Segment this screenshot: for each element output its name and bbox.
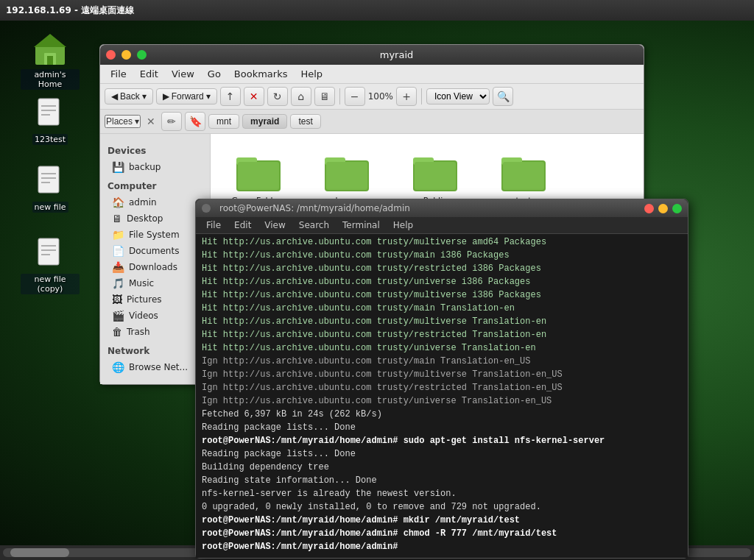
menu-go[interactable]: Go [202, 66, 227, 82]
sidebar-item-videos-label: Videos [129, 311, 158, 321]
places-label: Places [106, 116, 133, 127]
sidebar-item-trash[interactable]: 🗑 Trash [100, 324, 210, 340]
sidebar-item-admin[interactable]: 🏠 admin [100, 194, 210, 210]
home-button[interactable]: ⌂ [291, 87, 311, 106]
sidebar-item-desktop[interactable]: 🖥 Desktop [100, 210, 210, 227]
stop-button[interactable]: ✕ [244, 87, 264, 106]
terminal-menubar: File Edit View Search Terminal Help [196, 217, 688, 234]
desktop-icon-new-file-copy[interactable]: new file (copy) [21, 235, 80, 294]
svg-rect-24 [415, 162, 456, 190]
terminal-body[interactable]: Hit http://us.archive.ubuntu.com trusty/… [196, 234, 688, 558]
sidebar-item-backup-label: backup [129, 162, 161, 172]
sidebar-item-browse-net-label: Browse Net... [129, 362, 188, 372]
svg-rect-3 [47, 56, 53, 65]
sidebar-item-pictures[interactable]: 🖼 Pictures [100, 291, 210, 308]
music-icon: 🎵 [112, 277, 124, 289]
back-dropdown-icon: ▾ [142, 91, 147, 102]
terminal-line: 0 upgraded, 0 newly installed, 0 to remo… [202, 500, 682, 514]
view-mode-select[interactable]: Icon View [426, 88, 490, 104]
menu-help[interactable]: Help [295, 66, 328, 82]
network-browse-icon: 🌐 [112, 361, 124, 373]
terminal-window-icon [202, 204, 211, 213]
toolbar-separator-2 [421, 88, 422, 104]
terminal-line: root@PowerNAS:/mnt/myraid/home/admin# [202, 540, 682, 553]
folder-icon-groupfolders [236, 153, 281, 191]
window-close-btn[interactable] [106, 50, 116, 60]
terminal-line: Ign http://us.archive.ubuntu.com trusty/… [202, 394, 682, 408]
menu-view[interactable]: View [166, 66, 200, 82]
bookmark-button[interactable]: 🔖 [185, 112, 205, 131]
term-menu-help[interactable]: Help [387, 219, 419, 232]
menu-bookmarks[interactable]: Bookmarks [228, 66, 294, 82]
term-menu-view[interactable]: View [258, 219, 291, 232]
term-menu-edit[interactable]: Edit [228, 219, 257, 232]
window-min-btn[interactable] [121, 50, 131, 60]
new-file-icon [32, 163, 68, 199]
back-arrow-icon: ◀ [111, 91, 118, 102]
desktop-icon-123test-label: 123test [32, 134, 68, 145]
terminal-line: Hit http://us.archive.ubuntu.com trusty/… [202, 249, 682, 262]
sidebar-item-backup[interactable]: 💾 backup [100, 159, 210, 175]
menu-file[interactable]: File [105, 66, 133, 82]
trash-icon: 🗑 [112, 326, 122, 338]
location-close-button[interactable]: ✕ [144, 114, 158, 129]
breadcrumb-myraid[interactable]: myraid [242, 114, 287, 129]
taskbar-title: 192.168.1.69 - 遠端桌面連線 [6, 4, 134, 17]
sidebar-item-browse-net[interactable]: 🌐 Browse Net... [100, 359, 210, 375]
sidebar-section-computer: Computer [100, 178, 210, 194]
terminal-line: Fetched 6,397 kB in 24s (262 kB/s) [202, 408, 682, 421]
desktop-icon-sidebar: 🖥 [112, 213, 122, 224]
terminal-close-btn[interactable] [644, 204, 654, 213]
menu-edit[interactable]: Edit [134, 66, 164, 82]
sidebar-item-videos[interactable]: 🎬 Videos [100, 308, 210, 324]
folder-icon-test [501, 153, 546, 191]
term-menu-terminal[interactable]: Terminal [337, 219, 386, 232]
downloads-icon: 📥 [112, 261, 124, 273]
up-button[interactable]: ↑ [220, 87, 241, 106]
breadcrumb-myraid-label: myraid [250, 116, 279, 127]
zoom-in-button[interactable]: + [396, 87, 417, 106]
sidebar-item-admin-label: admin [129, 197, 157, 208]
terminal-line: root@PowerNAS:/mnt/myraid/home/admin# su… [202, 434, 682, 447]
documents-icon: 📄 [112, 245, 124, 257]
terminal-line: Ign http://us.archive.ubuntu.com trusty/… [202, 355, 682, 368]
terminal-line: Hit http://us.archive.ubuntu.com trusty/… [202, 328, 682, 341]
zoom-display: 100% [368, 91, 393, 102]
sidebar-item-filesystem[interactable]: 📁 File System [100, 227, 210, 243]
scrollbar-thumb[interactable] [10, 548, 69, 557]
back-button[interactable]: ◀ Back ▾ [105, 88, 153, 104]
term-menu-file[interactable]: File [200, 219, 227, 232]
zoom-out-button[interactable]: − [345, 87, 365, 106]
forward-button[interactable]: ▶ Forward ▾ [156, 88, 217, 104]
sidebar-item-desktop-label: Desktop [127, 213, 163, 224]
terminal-max-btn[interactable] [672, 204, 682, 213]
terminal-line: Hit http://us.archive.ubuntu.com trusty/… [202, 275, 682, 288]
sidebar-item-music-label: Music [129, 278, 154, 288]
admin-home-icon: 🏠 [112, 196, 124, 208]
sidebar-item-documents[interactable]: 📄 Documents [100, 243, 210, 259]
desktop-icon-new-file[interactable]: new file [21, 163, 80, 213]
svg-rect-18 [238, 162, 279, 190]
search-button[interactable]: 🔍 [493, 87, 513, 106]
edit-location-button[interactable]: ✏ [161, 112, 182, 131]
desktop-icon-new-file-copy-label: new file (copy) [21, 274, 80, 294]
breadcrumb-test[interactable]: test [290, 114, 320, 129]
terminal-line: Reading package lists... Done [202, 421, 682, 434]
filesystem-icon: 📁 [112, 229, 124, 241]
terminal-title: root@PowerNAS: /mnt/myraid/home/admin [219, 203, 410, 213]
reload-button[interactable]: ↻ [267, 87, 288, 106]
svg-rect-8 [38, 166, 59, 193]
computer-button[interactable]: 🖥 [314, 87, 335, 106]
desktop-icon-home[interactable]: admin's Home [21, 31, 80, 90]
sidebar: Devices 💾 backup Computer 🏠 admin 🖥 Desk… [100, 134, 211, 384]
sidebar-item-downloads[interactable]: 📥 Downloads [100, 259, 210, 275]
window-max-btn[interactable] [137, 50, 147, 60]
desktop-icon-123test[interactable]: 123test [21, 96, 80, 145]
terminal-min-btn[interactable] [658, 204, 668, 213]
sidebar-item-music[interactable]: 🎵 Music [100, 275, 210, 291]
places-button[interactable]: Places ▾ [105, 115, 141, 128]
breadcrumb-mnt[interactable]: mnt [208, 114, 239, 129]
term-menu-search[interactable]: Search [293, 219, 335, 232]
sidebar-item-trash-label: Trash [127, 327, 150, 337]
backup-icon: 💾 [112, 161, 124, 173]
